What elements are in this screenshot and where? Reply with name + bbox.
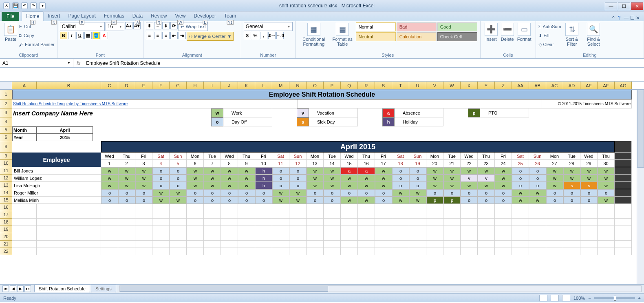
cell[interactable] xyxy=(495,226,512,233)
style-neutral[interactable]: Neutral xyxy=(356,32,396,41)
cell[interactable] xyxy=(324,211,341,219)
shift-cell[interactable]: w xyxy=(358,182,375,189)
cell[interactable] xyxy=(563,211,580,219)
shift-cell[interactable]: w xyxy=(598,197,615,204)
cell[interactable] xyxy=(426,211,443,219)
cell[interactable] xyxy=(495,204,512,211)
cell[interactable] xyxy=(341,219,358,226)
cell[interactable] xyxy=(238,211,255,219)
row-header-13[interactable]: 13 xyxy=(0,182,12,189)
cell[interactable] xyxy=(255,226,272,233)
shift-cell[interactable]: o xyxy=(512,175,529,182)
col-header-Q[interactable]: Q xyxy=(341,82,358,89)
align-center[interactable]: ≡ xyxy=(154,32,161,39)
cell[interactable] xyxy=(101,248,118,255)
col-header-A[interactable]: A xyxy=(12,82,37,89)
shift-cell[interactable]: o xyxy=(307,189,324,197)
employee-name[interactable]: William Lopez xyxy=(12,175,101,182)
italic-button[interactable]: I xyxy=(68,32,75,39)
close-button[interactable]: ✕ xyxy=(631,2,643,10)
cell[interactable] xyxy=(392,226,409,233)
cell[interactable] xyxy=(272,204,289,211)
row-header-6[interactable]: 6 xyxy=(0,134,12,141)
tab-team[interactable]: TeamY1 xyxy=(220,11,240,21)
cell[interactable] xyxy=(409,211,426,219)
cell[interactable] xyxy=(324,204,341,211)
align-left[interactable]: ≡ xyxy=(146,32,153,39)
shift-cell[interactable]: w xyxy=(341,182,358,189)
cell[interactable] xyxy=(563,204,580,211)
cell[interactable] xyxy=(461,248,478,255)
employee-name[interactable]: Lisa McHugh xyxy=(12,182,101,189)
cell[interactable] xyxy=(289,241,307,248)
cell[interactable] xyxy=(152,211,170,219)
company-name[interactable]: Insert Company Name Here xyxy=(12,108,187,117)
shift-cell[interactable]: w xyxy=(289,189,307,197)
cell[interactable] xyxy=(598,248,615,255)
shift-cell[interactable]: o xyxy=(307,197,324,204)
spreadsheet-grid[interactable]: ABCDEFGHIJKLMNOPQRSTUVWXYZAAABACADAEAFAG… xyxy=(0,82,644,284)
shift-cell[interactable]: o xyxy=(598,189,615,197)
col-header-AD[interactable]: AD xyxy=(563,82,580,89)
cell[interactable] xyxy=(204,226,221,233)
qat-button[interactable]: ▾ xyxy=(39,2,46,9)
shift-cell[interactable]: o xyxy=(238,189,255,197)
shift-cell[interactable]: w xyxy=(529,197,546,204)
cell[interactable] xyxy=(187,241,204,248)
cell[interactable] xyxy=(529,248,546,255)
cell[interactable] xyxy=(461,211,478,219)
merge-center-button[interactable]: ⇔Merge & Center▼ xyxy=(187,32,234,41)
row-header-22[interactable]: 22 xyxy=(0,248,12,255)
shift-cell[interactable]: o xyxy=(358,189,375,197)
sheet-tab-active[interactable]: Shift Rotation Schedule xyxy=(34,285,90,292)
cell[interactable] xyxy=(255,219,272,226)
cell[interactable] xyxy=(221,211,238,219)
align-bottom[interactable]: ⇟ xyxy=(162,22,170,29)
shift-cell[interactable]: o xyxy=(409,182,426,189)
cell[interactable] xyxy=(204,241,221,248)
cell[interactable] xyxy=(152,226,170,233)
cell[interactable] xyxy=(101,219,118,226)
cell[interactable] xyxy=(12,248,37,255)
cell[interactable] xyxy=(12,226,37,233)
cell[interactable] xyxy=(289,233,307,241)
col-header-O[interactable]: O xyxy=(307,82,324,89)
col-header-W[interactable]: W xyxy=(443,82,461,89)
col-header-R[interactable]: R xyxy=(358,82,375,89)
cell[interactable] xyxy=(358,204,375,211)
row-header-2[interactable]: 2 xyxy=(0,100,12,108)
cell[interactable] xyxy=(37,204,101,211)
cell[interactable] xyxy=(529,241,546,248)
cell[interactable] xyxy=(238,226,255,233)
cell[interactable] xyxy=(358,219,375,226)
style-bad[interactable]: Bad xyxy=(397,22,437,31)
cell[interactable] xyxy=(375,226,392,233)
cell[interactable] xyxy=(255,211,272,219)
qat-redo-icon[interactable]: ↷ xyxy=(30,2,37,9)
cell[interactable] xyxy=(221,204,238,211)
shift-cell[interactable]: w xyxy=(529,189,546,197)
cell[interactable] xyxy=(324,219,341,226)
shift-cell[interactable]: o xyxy=(238,197,255,204)
shift-cell[interactable]: o xyxy=(170,175,187,182)
cell[interactable] xyxy=(101,226,118,233)
cell[interactable] xyxy=(12,204,37,211)
shift-cell[interactable]: o xyxy=(563,189,580,197)
cell[interactable] xyxy=(255,233,272,241)
comma-button[interactable]: , xyxy=(260,32,267,39)
cell[interactable] xyxy=(307,219,324,226)
shift-cell[interactable]: o xyxy=(409,167,426,175)
row-header-4[interactable]: 4 xyxy=(0,117,12,126)
shift-cell[interactable]: o xyxy=(289,167,307,175)
shift-cell[interactable]: o xyxy=(375,197,392,204)
cell[interactable] xyxy=(12,219,37,226)
cell[interactable] xyxy=(152,233,170,241)
view-break[interactable] xyxy=(562,295,570,301)
cell[interactable] xyxy=(392,241,409,248)
row-header-3[interactable]: 3 xyxy=(0,108,12,117)
cell[interactable] xyxy=(529,219,546,226)
cell[interactable] xyxy=(392,204,409,211)
shift-cell[interactable]: w xyxy=(324,167,341,175)
cell[interactable] xyxy=(580,219,598,226)
shift-cell[interactable]: p xyxy=(443,197,461,204)
